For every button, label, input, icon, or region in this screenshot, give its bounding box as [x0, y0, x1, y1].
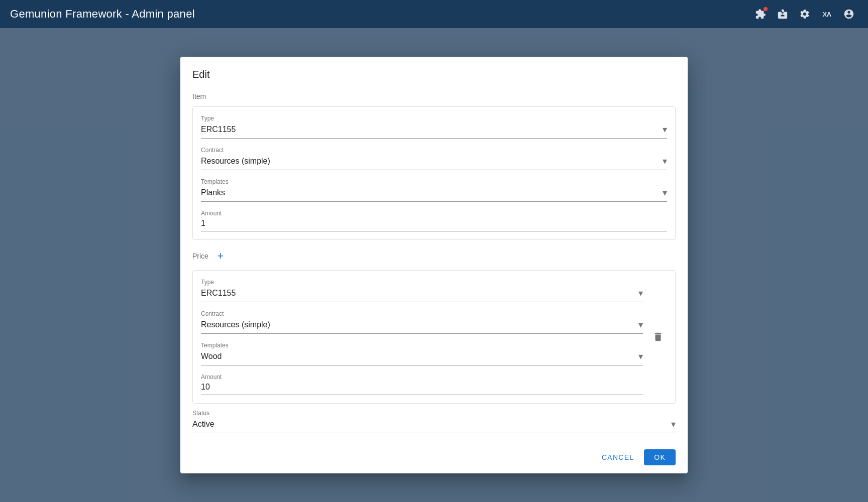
dialog-actions: CANCEL OK [180, 441, 688, 473]
price-contract-label: Contract [201, 310, 643, 317]
price-item-fields: Type ERC1155 ▾ Contract Resources (simpl… [201, 279, 643, 395]
item-type-select[interactable]: ERC1155 ▾ [201, 124, 667, 139]
item-contract-arrow: ▾ [663, 156, 667, 167]
item-templates-value: Planks [201, 188, 225, 197]
price-amount-label: Amount [201, 373, 643, 381]
item-type-arrow: ▾ [663, 124, 667, 135]
price-templates-arrow: ▾ [638, 351, 643, 362]
item-section-label: Item [192, 92, 676, 100]
settings-icon[interactable] [796, 5, 814, 23]
delete-icon [653, 331, 664, 342]
item-amount-input[interactable]: 1 [201, 219, 667, 231]
add-price-button[interactable]: + [212, 248, 229, 264]
account-icon[interactable] [840, 5, 858, 23]
item-section-box: Type ERC1155 ▾ Contract Resources (simpl… [192, 106, 676, 240]
price-type-select[interactable]: ERC1155 ▾ [201, 288, 643, 302]
price-items-list: Type ERC1155 ▾ Contract Resources (simpl… [192, 270, 676, 404]
app-title: Gemunion Framework - Admin panel [10, 8, 195, 21]
status-arrow: ▾ [671, 419, 676, 430]
item-amount-value: 1 [201, 219, 205, 228]
item-contract-label: Contract [201, 147, 667, 154]
edit-dialog: Edit Item Type ERC1155 ▾ Contract Resour… [180, 57, 688, 473]
price-templates-label: Templates [201, 342, 643, 349]
price-contract-arrow: ▾ [638, 319, 643, 330]
price-amount-field: Amount 10 [201, 373, 643, 395]
translate-icon[interactable]: XA [818, 5, 836, 23]
item-type-value: ERC1155 [201, 125, 236, 134]
cancel-button[interactable]: CANCEL [596, 449, 640, 465]
price-type-label: Type [201, 279, 643, 286]
status-section: Status Active ▾ [192, 410, 676, 433]
price-amount-value: 10 [201, 383, 210, 392]
delete-price-button[interactable] [649, 328, 667, 346]
status-select[interactable]: Active ▾ [192, 419, 676, 433]
item-templates-arrow: ▾ [663, 187, 667, 198]
price-item: Type ERC1155 ▾ Contract Resources (simpl… [192, 270, 676, 404]
puzzle-icon[interactable] [751, 5, 770, 23]
top-bar: Gemunion Framework - Admin panel XA [0, 0, 868, 28]
price-type-arrow: ▾ [638, 288, 643, 299]
item-amount-label: Amount [201, 210, 667, 217]
top-bar-icons: XA [751, 5, 858, 23]
price-contract-field: Contract Resources (simple) ▾ [201, 310, 643, 334]
item-contract-select[interactable]: Resources (simple) ▾ [201, 156, 667, 170]
item-contract-value: Resources (simple) [201, 157, 270, 166]
price-templates-field: Templates Wood ▾ [201, 342, 643, 365]
item-type-field: Type ERC1155 ▾ [201, 115, 667, 139]
price-section-header: Price + [192, 248, 676, 264]
price-item-actions [643, 279, 667, 395]
status-value: Active [192, 420, 214, 429]
price-type-field: Type ERC1155 ▾ [201, 279, 643, 302]
price-type-value: ERC1155 [201, 289, 236, 298]
status-field: Status Active ▾ [192, 410, 676, 433]
item-templates-select[interactable]: Planks ▾ [201, 187, 667, 202]
dialog-title: Edit [192, 69, 676, 80]
ok-button[interactable]: OK [644, 449, 676, 465]
item-templates-field: Templates Planks ▾ [201, 178, 667, 202]
price-templates-select[interactable]: Wood ▾ [201, 351, 643, 365]
price-section-label: Price [192, 252, 208, 260]
price-templates-value: Wood [201, 352, 222, 361]
status-label: Status [192, 410, 676, 417]
price-contract-value: Resources (simple) [201, 320, 270, 329]
item-type-label: Type [201, 115, 667, 122]
price-amount-input[interactable]: 10 [201, 383, 643, 395]
notification-dot [764, 7, 768, 11]
price-contract-select[interactable]: Resources (simple) ▾ [201, 319, 643, 334]
item-amount-field: Amount 1 [201, 210, 667, 231]
item-templates-label: Templates [201, 178, 667, 185]
badge-icon[interactable] [774, 5, 792, 23]
item-contract-field: Contract Resources (simple) ▾ [201, 147, 667, 170]
